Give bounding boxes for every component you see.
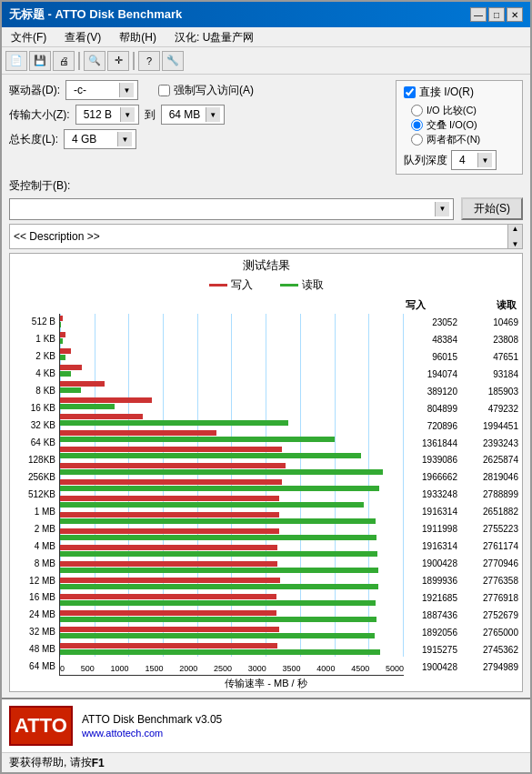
bar-pair	[60, 430, 404, 442]
value-row: 19390862625874	[407, 455, 518, 465]
status-bar: 要获得帮助, 请按 F1	[2, 752, 530, 772]
controlled-arrow[interactable]: ▼	[435, 202, 449, 216]
write-bar	[60, 610, 276, 616]
read-value: 2776358	[468, 576, 518, 586]
menu-view[interactable]: 查看(V)	[59, 29, 106, 45]
write-bar	[60, 463, 286, 468]
read-value: 2776918	[468, 593, 518, 603]
value-row: 4838423808	[407, 335, 518, 345]
legend-read: 读取	[280, 277, 324, 293]
total-row: 总长度(L): 4 GB ▼	[9, 129, 388, 149]
read-value: 185903	[468, 387, 518, 397]
read-bar	[60, 584, 378, 589]
read-value: 1994451	[468, 421, 518, 431]
read-value: 2794989	[468, 662, 518, 672]
value-row: 13618442393243	[407, 438, 518, 448]
read-value: 2745362	[468, 645, 518, 655]
value-row: 18874362752679	[407, 610, 518, 620]
info-button[interactable]: 🔧	[162, 51, 184, 71]
x-label: 500	[81, 664, 95, 673]
write-bar	[60, 643, 277, 648]
x-label: 2500	[214, 664, 232, 673]
bar-pair	[60, 496, 404, 508]
row-label: 512KB	[14, 490, 55, 499]
value-row: 804899479232	[407, 404, 518, 414]
transfer-to-arrow[interactable]: ▼	[206, 107, 220, 122]
drive-arrow[interactable]: ▼	[119, 83, 134, 97]
settings-button[interactable]: ✛	[107, 51, 129, 71]
drive-combo[interactable]: -c- ▼	[65, 80, 138, 100]
chart-bars	[60, 314, 404, 657]
scroll-bar[interactable]: ▲ ▼	[507, 225, 522, 248]
transfer-from-combo[interactable]: 512 B ▼	[75, 105, 139, 125]
row-label: 16 KB	[14, 404, 55, 413]
transfer-to-val: 64 MB	[166, 108, 206, 121]
menu-help[interactable]: 帮助(H)	[114, 29, 162, 45]
toolbar-separator-2	[133, 52, 135, 70]
row-label: 32 MB	[14, 628, 55, 637]
row-label: 256KB	[14, 473, 55, 482]
neither-radio[interactable]	[411, 134, 423, 146]
write-value: 804899	[407, 404, 457, 414]
read-bar	[60, 453, 361, 458]
write-value: 1900428	[407, 558, 457, 568]
value-row: 19163142651882	[407, 507, 518, 517]
write-bar	[60, 528, 279, 534]
exchange-io-radio[interactable]	[411, 119, 423, 131]
menu-localize[interactable]: 汉化: U盘量产网	[169, 29, 259, 45]
total-combo[interactable]: 4 GB ▼	[64, 129, 136, 149]
bar-row	[60, 558, 404, 575]
new-button[interactable]: 📄	[5, 51, 27, 71]
exchange-io-label: 交叠 I/O(O)	[427, 118, 477, 132]
minimize-button[interactable]: —	[470, 7, 487, 22]
write-bar	[60, 594, 276, 599]
row-label: 4 KB	[14, 369, 55, 378]
menu-file[interactable]: 文件(F)	[5, 29, 52, 45]
transfer-to-combo[interactable]: 64 MB ▼	[161, 105, 225, 125]
value-row: 19163142761174	[407, 541, 518, 551]
read-bar	[60, 551, 377, 557]
queue-combo[interactable]: 4 ▼	[451, 150, 497, 170]
x-label: 5000	[386, 664, 404, 673]
value-row: 19004282770946	[407, 558, 518, 568]
write-value: 23052	[407, 317, 457, 327]
transfer-from-arrow[interactable]: ▼	[120, 107, 135, 122]
total-arrow[interactable]: ▼	[117, 132, 132, 146]
write-bar	[60, 365, 82, 370]
bar-pair	[60, 414, 404, 426]
right-options: 直接 I/O(R) I/O 比较(C) 交叠 I/O(O) 两者都不(N)	[396, 80, 523, 175]
io-compare-radio[interactable]	[411, 105, 423, 116]
save-button[interactable]: 💾	[29, 51, 51, 71]
help-button[interactable]: ?	[138, 51, 160, 71]
queue-label: 队列深度	[404, 153, 447, 168]
read-value: 2625874	[468, 455, 518, 465]
maximize-button[interactable]: □	[488, 7, 505, 22]
read-value: 2788899	[468, 489, 518, 499]
bar-row	[60, 330, 404, 347]
direct-io-checkbox[interactable]	[404, 86, 416, 98]
toolbar: 📄 💾 🖨 🔍 ✛ ? 🔧	[2, 47, 530, 75]
read-value: 2651882	[468, 507, 518, 517]
start-button[interactable]: 开始(S)	[461, 197, 523, 220]
x-label: 3000	[248, 664, 266, 673]
bar-pair	[60, 643, 404, 655]
transfer-label: 传输大小(Z):	[9, 107, 70, 123]
search-button[interactable]: 🔍	[84, 51, 105, 71]
write-value: 1915275	[407, 645, 457, 655]
footer-website[interactable]: www.attotech.com	[82, 728, 222, 739]
print-button[interactable]: 🖨	[53, 51, 75, 71]
queue-arrow[interactable]: ▼	[477, 153, 492, 167]
force-write-checkbox[interactable]	[158, 85, 170, 96]
bar-pair	[60, 528, 404, 540]
bar-row	[60, 526, 404, 542]
force-write-area: 强制写入访问(A)	[158, 83, 254, 98]
description-box: << Description >> ▲ ▼	[9, 224, 523, 249]
bar-row	[60, 461, 404, 477]
scroll-down[interactable]: ▼	[512, 240, 519, 248]
close-button[interactable]: ✕	[507, 7, 523, 22]
controlled-combo[interactable]: ▼	[9, 198, 454, 220]
scroll-up[interactable]: ▲	[512, 225, 519, 233]
row-label: 64 MB	[14, 662, 55, 671]
x-label: 1000	[111, 664, 129, 673]
queue-row: 队列深度 4 ▼	[404, 150, 515, 170]
